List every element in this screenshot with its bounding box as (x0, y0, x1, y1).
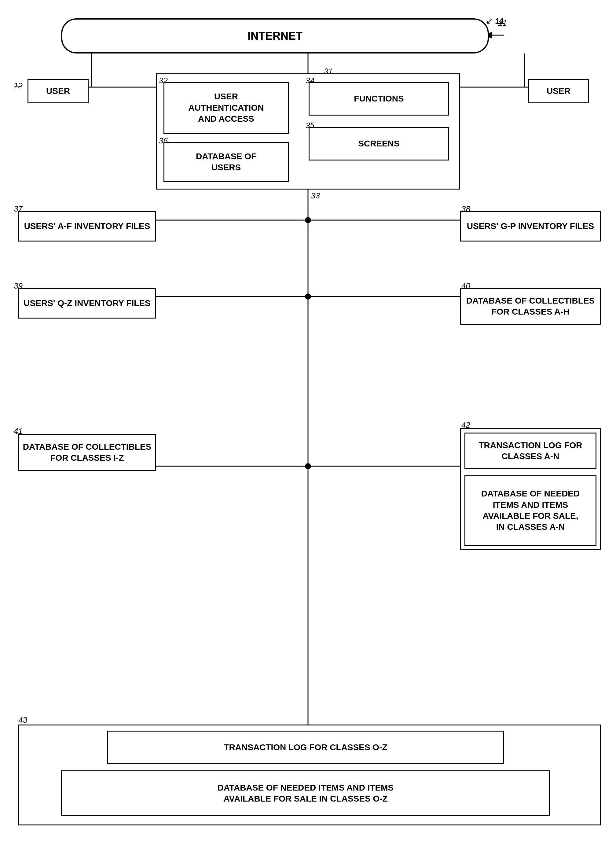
user-left-label: USER (46, 85, 70, 97)
users-gp-box: USERS' G-P INVENTORY FILES (460, 211, 601, 241)
ref-11: 11 (495, 17, 504, 26)
db-needed-items-oz-label: DATABASE OF NEEDED ITEMS AND ITEMS AVAIL… (217, 782, 394, 804)
users-af-label: USERS' A-F INVENTORY FILES (24, 221, 150, 232)
user-auth-box: USER AUTHENTICATION AND ACCESS (163, 82, 289, 134)
db-users-label: DATABASE OF USERS (196, 151, 257, 173)
db-collectibles-ah-label: DATABASE OF COLLECTIBLES FOR CLASSES A-H (466, 295, 595, 318)
svg-point-17 (305, 463, 311, 469)
user-left-box: USER (28, 79, 89, 103)
functions-label: FUNCTIONS (354, 93, 403, 104)
user-right-box: USER (528, 79, 589, 103)
ref-12-label: — (14, 81, 22, 91)
db-collectibles-iz-box: DATABASE OF COLLECTIBLES FOR CLASSES I-Z (18, 434, 156, 471)
svg-point-11 (305, 217, 311, 223)
db-needed-items-an-label: DATABASE OF NEEDED ITEMS AND ITEMS AVAIL… (481, 488, 580, 533)
svg-point-14 (305, 294, 311, 300)
db-needed-items-an-box: DATABASE OF NEEDED ITEMS AND ITEMS AVAIL… (465, 475, 597, 546)
users-qz-box: USERS' Q-Z INVENTORY FILES (18, 288, 156, 319)
internet-label: INTERNET (248, 29, 302, 43)
db-needed-items-oz-box: DATABASE OF NEEDED ITEMS AND ITEMS AVAIL… (61, 770, 550, 816)
db-collectibles-iz-label: DATABASE OF COLLECTIBLES FOR CLASSES I-Z (23, 441, 151, 464)
internet-box: INTERNET (61, 18, 489, 53)
user-auth-label: USER AUTHENTICATION AND ACCESS (189, 91, 264, 124)
ref-31: 31 (324, 67, 333, 76)
users-qz-label: USERS' Q-Z INVENTORY FILES (23, 298, 150, 309)
diagram: 11 ↙ 11 INTERNET 11 12 — USER USER 31 32… (0, 0, 616, 841)
transaction-log-an-label: TRANSACTION LOG FOR CLASSES A-N (478, 440, 582, 462)
user-right-label: USER (547, 85, 571, 97)
transaction-log-oz-label: TRANSACTION LOG FOR CLASSES O-Z (224, 742, 387, 753)
db-users-box: DATABASE OF USERS (163, 142, 289, 182)
db-collectibles-ah-box: DATABASE OF COLLECTIBLES FOR CLASSES A-H (460, 288, 601, 325)
functions-box: FUNCTIONS (309, 82, 449, 116)
screens-box: SCREENS (309, 127, 449, 160)
users-gp-label: USERS' G-P INVENTORY FILES (467, 221, 594, 232)
screens-label: SCREENS (358, 138, 399, 149)
transaction-log-an-box: TRANSACTION LOG FOR CLASSES A-N (465, 432, 597, 469)
ref-33: 33 (311, 191, 320, 200)
ref-43: 43 (18, 715, 27, 725)
users-af-box: USERS' A-F INVENTORY FILES (18, 211, 156, 241)
transaction-log-oz-box: TRANSACTION LOG FOR CLASSES O-Z (107, 731, 504, 764)
